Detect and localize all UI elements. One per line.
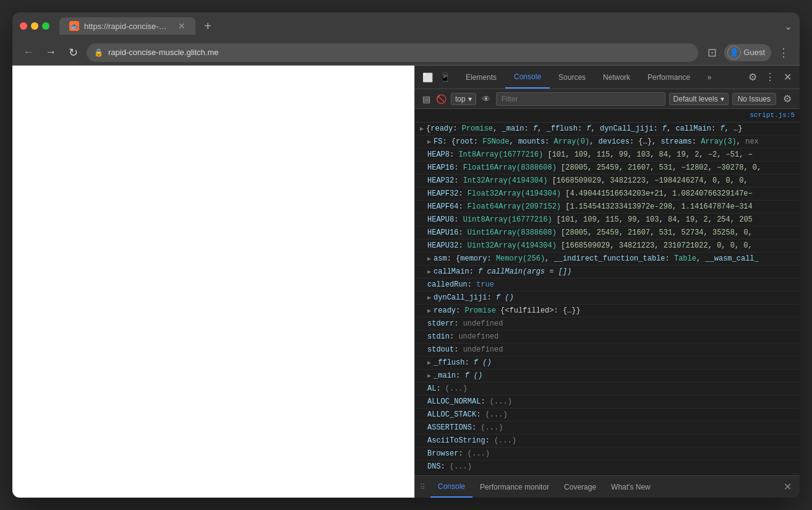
console-line[interactable]: ▶ dynCall_jiji: f () bbox=[415, 292, 800, 305]
console-line[interactable]: stdin: undefined bbox=[415, 331, 800, 344]
console-line[interactable]: HEAP16: Float16Array(8388608) [28005, 25… bbox=[415, 162, 800, 175]
bottom-tabs: ⠿ Console Performance monitor Coverage W… bbox=[415, 475, 800, 498]
menu-button[interactable]: ⋮ bbox=[775, 44, 792, 61]
forward-button[interactable]: → bbox=[42, 44, 59, 61]
lock-icon: 🔒 bbox=[94, 48, 103, 57]
levels-selector[interactable]: Default levels ▾ bbox=[669, 93, 729, 105]
console-line[interactable]: HEAP8: Int8Array(16777216) [101, 109, 11… bbox=[415, 149, 800, 162]
expand-arrow[interactable]: ▶ bbox=[427, 137, 431, 147]
console-messages-button[interactable]: ▤ bbox=[420, 93, 432, 105]
console-line[interactable]: AL: (...) bbox=[415, 382, 800, 395]
expand-arrow[interactable]: ▶ bbox=[420, 124, 424, 134]
console-toolbar: ▤ 🚫 top ▾ 👁 Default levels ▾ No Issues ⚙ bbox=[415, 89, 800, 109]
tab-close-button[interactable]: ✕ bbox=[178, 22, 186, 30]
profile-name: Guest bbox=[743, 48, 765, 57]
bottom-tab-coverage[interactable]: Coverage bbox=[557, 476, 604, 498]
eye-icon[interactable]: 👁 bbox=[480, 93, 492, 105]
console-settings-icon[interactable]: ⚙ bbox=[780, 92, 795, 106]
console-line[interactable]: ▶ ready: Promise {<fulfilled>: {…}} bbox=[415, 305, 800, 318]
devtools-settings-button[interactable]: ⚙ bbox=[745, 70, 760, 85]
line-content: stdin: undefined bbox=[427, 331, 795, 342]
fullscreen-button[interactable]: ⊡ bbox=[703, 44, 720, 61]
context-label: top bbox=[455, 95, 466, 103]
tab-more[interactable]: » bbox=[699, 66, 720, 89]
script-link[interactable]: script.js:5 bbox=[415, 109, 800, 123]
bottom-tab-performance-monitor[interactable]: Performance monitor bbox=[472, 476, 557, 498]
console-line[interactable]: HEAPU16: Uint16Array(8388608) [28005, 25… bbox=[415, 227, 800, 240]
console-line[interactable]: HEAPF32: Float32Array(4194304) [4.490441… bbox=[415, 188, 800, 201]
tab-performance[interactable]: Performance bbox=[639, 66, 699, 89]
tab-title: https://rapid-concise-muscle.g... bbox=[84, 22, 173, 31]
console-clear-button[interactable]: 🚫 bbox=[435, 93, 447, 105]
context-dropdown-icon: ▾ bbox=[468, 95, 472, 103]
toolbar-right: ⊡ 👤 Guest ⋮ bbox=[703, 44, 792, 61]
console-line[interactable]: stdout: undefined bbox=[415, 344, 800, 357]
console-line[interactable]: ▶ {ready: Promise, _main: f, _fflush: f,… bbox=[415, 123, 800, 136]
minimize-button[interactable] bbox=[31, 22, 38, 30]
tab-console[interactable]: Console bbox=[505, 66, 550, 89]
reload-button[interactable]: ↻ bbox=[64, 44, 82, 61]
console-line[interactable]: HEAPU8: Uint8Array(16777216) [101, 109, … bbox=[415, 214, 800, 227]
console-line[interactable]: HEAPF64: Float64Array(2097152) [1.154541… bbox=[415, 201, 800, 214]
devtools-left-icons: ⬜ 📱 bbox=[415, 70, 457, 85]
console-line[interactable]: stderr: undefined bbox=[415, 318, 800, 331]
expand-arrow[interactable]: ▶ bbox=[427, 371, 431, 381]
expand-arrow[interactable]: ▶ bbox=[427, 267, 431, 277]
line-content: ALLOC_STACK: (...) bbox=[427, 409, 795, 420]
new-tab-button[interactable]: + bbox=[200, 19, 215, 33]
line-content: DNS: (...) bbox=[427, 461, 795, 472]
console-line[interactable]: DNS: (...) bbox=[415, 460, 800, 473]
line-content: {ready: Promise, _main: f, _fflush: f, d… bbox=[426, 123, 795, 134]
console-content[interactable]: script.js:5 ▶ {ready: Promise, _main: f,… bbox=[415, 109, 800, 475]
line-content: HEAPF64: Float64Array(2097152) [1.154541… bbox=[427, 201, 795, 212]
expand-arrow[interactable]: ▶ bbox=[427, 254, 431, 264]
console-line[interactable]: HEAP32: Int32Array(4194304) [1668509029,… bbox=[415, 175, 800, 188]
console-line[interactable]: ▶ FS: {root: FSNode, mounts: Array(0), d… bbox=[415, 136, 800, 149]
bottom-tab-console[interactable]: Console bbox=[430, 476, 472, 498]
line-content: Browser: (...) bbox=[427, 448, 795, 459]
bottom-panel-close-button[interactable]: ✕ bbox=[780, 480, 795, 495]
devtools-toolbar: ⬜ 📱 Elements Console Sources Network Per… bbox=[415, 66, 800, 89]
console-line[interactable]: ASSERTIONS: (...) bbox=[415, 421, 800, 434]
maximize-button[interactable] bbox=[42, 22, 49, 30]
expand-arrow[interactable]: ▶ bbox=[427, 306, 431, 316]
profile-icon: 👤 bbox=[727, 46, 741, 59]
tab-elements[interactable]: Elements bbox=[457, 66, 505, 89]
console-line[interactable]: AsciiToString: (...) bbox=[415, 434, 800, 447]
console-line[interactable]: ▶ _main: f () bbox=[415, 370, 800, 382]
console-line[interactable]: ▶ asm: {memory: Memory(256), __indirect_… bbox=[415, 253, 800, 266]
console-line[interactable]: ▶ _fflush: f () bbox=[415, 357, 800, 370]
active-tab[interactable]: 🐟 https://rapid-concise-muscle.g... ✕ bbox=[59, 17, 195, 35]
traffic-lights bbox=[20, 22, 49, 30]
device-toolbar-button[interactable]: 📱 bbox=[437, 70, 452, 85]
devtools-close-button[interactable]: ✕ bbox=[780, 70, 795, 85]
inspect-element-button[interactable]: ⬜ bbox=[420, 70, 435, 85]
close-button[interactable] bbox=[20, 22, 27, 30]
console-line[interactable]: ALLOC_STACK: (...) bbox=[415, 408, 800, 421]
tab-sources[interactable]: Sources bbox=[550, 66, 594, 89]
content-area: ⬜ 📱 Elements Console Sources Network Per… bbox=[12, 66, 800, 498]
line-content: stdout: undefined bbox=[427, 344, 795, 355]
bottom-tab-whats-new[interactable]: What's New bbox=[604, 476, 658, 498]
console-line[interactable]: Browser: (...) bbox=[415, 447, 800, 460]
context-selector[interactable]: top ▾ bbox=[451, 93, 476, 105]
tab-network[interactable]: Network bbox=[594, 66, 639, 89]
console-line[interactable]: ▶ callMain: f callMain(args = []) bbox=[415, 266, 800, 279]
browser-window: 🐟 https://rapid-concise-muscle.g... ✕ + … bbox=[12, 12, 800, 498]
devtools-more-button[interactable]: ⋮ bbox=[763, 70, 777, 85]
profile-button[interactable]: 👤 Guest bbox=[724, 44, 771, 61]
console-line[interactable]: HEAPU32: Uint32Array(4194304) [166850902… bbox=[415, 240, 800, 253]
expand-arrow[interactable]: ▶ bbox=[427, 293, 431, 303]
devtools-panel: ⬜ 📱 Elements Console Sources Network Per… bbox=[414, 66, 800, 498]
tab-dropdown-button[interactable]: ⌄ bbox=[784, 20, 792, 32]
console-line[interactable]: ALLOC_NORMAL: (...) bbox=[415, 395, 800, 408]
console-line[interactable]: calledRun: true bbox=[415, 279, 800, 292]
tab-favicon: 🐟 bbox=[69, 21, 79, 31]
back-button[interactable]: ← bbox=[20, 44, 37, 61]
line-content: AsciiToString: (...) bbox=[427, 435, 795, 446]
expand-arrow[interactable]: ▶ bbox=[427, 358, 431, 368]
filter-input[interactable] bbox=[496, 92, 665, 106]
line-content: AL: (...) bbox=[427, 383, 795, 394]
address-bar[interactable]: 🔒 rapid-concise-muscle.glitch.me bbox=[87, 43, 698, 62]
line-content: HEAPU16: Uint16Array(8388608) [28005, 25… bbox=[427, 227, 795, 238]
